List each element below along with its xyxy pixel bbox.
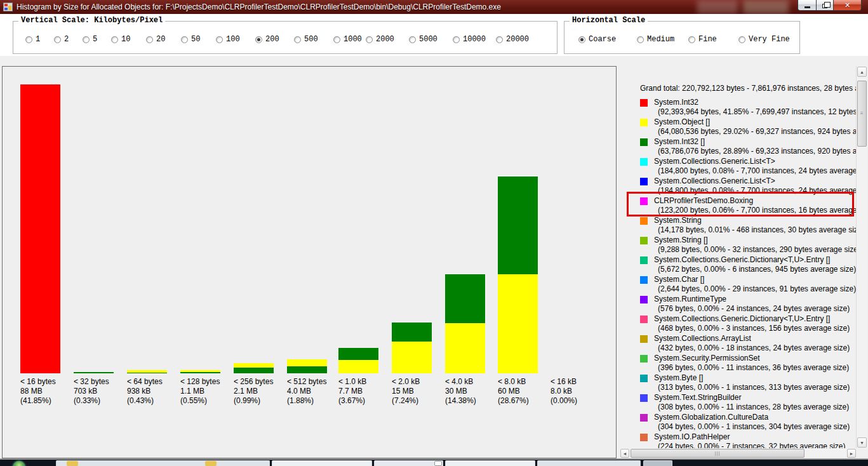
bar-bucket-label: < 8.0 kB xyxy=(498,377,529,387)
radio-circle[interactable] xyxy=(216,36,223,43)
radio-horizontal-scale-medium[interactable]: Medium xyxy=(637,35,674,44)
window-controls: ✕ xyxy=(798,0,862,11)
taskbar-button[interactable] xyxy=(537,460,641,466)
legend-vertical-scrollbar[interactable]: ▲ ≡ ▼ xyxy=(856,66,867,448)
radio-vertical-scale-2[interactable]: 2 xyxy=(54,35,69,44)
radio-horizontal-scale-coarse[interactable]: Coarse xyxy=(578,35,616,44)
legend-type-name: System.Collections.Generic.List<T> xyxy=(654,157,775,166)
bar-segment xyxy=(234,363,274,368)
radio-circle[interactable] xyxy=(146,36,153,43)
taskbar-button[interactable] xyxy=(445,460,535,466)
bar-segment xyxy=(392,323,432,342)
bar-label: < 256 bytes2.1 MB(0.99%) xyxy=(234,377,273,406)
bar-total-label: 88 MB xyxy=(20,387,56,396)
radio-horizontal-scale-very-fine[interactable]: Very Fine xyxy=(738,35,790,44)
radio-vertical-scale-2000[interactable]: 2000 xyxy=(366,35,394,44)
histogram-bar xyxy=(287,359,327,373)
scroll-left-button[interactable]: ◄ xyxy=(620,449,629,458)
radio-vertical-scale-20[interactable]: 20 xyxy=(146,35,165,44)
radio-horizontal-scale-fine[interactable]: Fine xyxy=(688,35,717,44)
radio-circle[interactable] xyxy=(688,36,695,43)
radio-circle[interactable] xyxy=(578,36,585,43)
radio-vertical-scale-5[interactable]: 5 xyxy=(83,35,97,44)
taskbar-button[interactable] xyxy=(272,460,372,466)
legend-type-name: System.Byte [] xyxy=(654,373,703,383)
radio-circle[interactable] xyxy=(409,36,416,43)
radio-vertical-scale-200[interactable]: 200 xyxy=(255,35,279,44)
title-bar[interactable]: Histogram by Size for Allocated Objects … xyxy=(0,0,868,14)
radio-circle[interactable] xyxy=(111,36,118,43)
histogram-bar xyxy=(180,370,220,373)
radio-vertical-scale-10000[interactable]: 10000 xyxy=(453,35,486,44)
legend-entry: System.Int32(92,393,964 bytes, 41.85% - … xyxy=(618,98,856,117)
vertical-scale-groupbox: Vertical Scale: Kilobytes/Pixel 12510205… xyxy=(13,21,558,54)
folder-icon[interactable] xyxy=(205,461,217,466)
legend-horizontal-scrollbar[interactable]: ◄ ||| ► xyxy=(620,448,856,458)
restore-button[interactable] xyxy=(816,0,834,11)
legend-type-name: System.Globalization.CultureData xyxy=(654,413,768,422)
legend-entry: System.Text.StringBuilder(308 bytes, 0.0… xyxy=(618,393,856,413)
legend-entry: System.Byte [](313 bytes, 0.00% - 1 inst… xyxy=(618,373,856,393)
bar-segment xyxy=(338,360,378,373)
radio-vertical-scale-1[interactable]: 1 xyxy=(25,35,40,44)
legend-color-swatch xyxy=(640,178,648,185)
legend-color-swatch xyxy=(640,335,648,343)
bar-bucket-label: < 256 bytes xyxy=(234,377,273,387)
bar-percent-label: (14.38%) xyxy=(445,396,476,406)
legend-type-detail: (313 bytes, 0.00% - 1 instances, 313 byt… xyxy=(658,383,850,392)
radio-circle[interactable] xyxy=(453,36,460,43)
radio-vertical-scale-10[interactable]: 10 xyxy=(111,35,130,44)
radio-circle[interactable] xyxy=(83,36,90,43)
scroll-right-button[interactable]: ► xyxy=(847,449,856,458)
folder-icon[interactable] xyxy=(67,461,78,466)
radio-circle[interactable] xyxy=(333,36,340,43)
legend-type-name: System.Collections.Generic.Dictionary<T,… xyxy=(654,255,830,265)
radio-circle[interactable] xyxy=(54,36,61,43)
close-button[interactable]: ✕ xyxy=(833,0,862,11)
radio-label: 1 xyxy=(36,35,40,44)
legend-color-swatch xyxy=(640,414,648,422)
legend-type-name: System.Security.PermissionSet xyxy=(654,354,760,363)
bar-total-label: 1.1 MB xyxy=(180,387,220,396)
clr-profiler-histogram-window: Histogram by Size for Allocated Objects … xyxy=(0,0,868,466)
legend-type-name: System.Collections.ArrayList xyxy=(654,334,751,343)
legend-entry: System.Char [](2,644 bytes, 0.00% - 29 i… xyxy=(618,275,856,295)
scroll-down-button[interactable]: ▼ xyxy=(857,437,867,448)
radio-vertical-scale-50[interactable]: 50 xyxy=(181,35,200,44)
bar-percent-label: (28.67%) xyxy=(498,396,529,406)
radio-vertical-scale-500[interactable]: 500 xyxy=(294,35,318,44)
taskbar-button[interactable] xyxy=(56,460,270,466)
scroll-up-button[interactable]: ▲ xyxy=(857,67,867,77)
histogram-bar xyxy=(234,363,274,373)
radio-label: 100 xyxy=(226,35,240,44)
radio-circle[interactable] xyxy=(738,36,745,43)
radio-label: Fine xyxy=(698,35,717,44)
taskbar-button[interactable] xyxy=(374,460,443,466)
bar-label: < 2.0 kB15 MB(7.24%) xyxy=(392,377,420,406)
bar-label: < 8.0 kB60 MB(28.67%) xyxy=(498,377,529,406)
radio-vertical-scale-1000[interactable]: 1000 xyxy=(333,35,362,44)
legend-color-swatch xyxy=(640,355,648,363)
radio-label: 20000 xyxy=(506,35,529,44)
radio-circle[interactable] xyxy=(294,36,301,43)
horizontal-scroll-thumb[interactable]: ||| xyxy=(631,449,805,458)
radio-circle[interactable] xyxy=(637,36,644,43)
bar-label: < 1.0 kB7.7 MB(3.67%) xyxy=(338,377,366,406)
document-icon[interactable] xyxy=(434,461,442,466)
radio-circle[interactable] xyxy=(181,36,188,43)
radio-circle[interactable] xyxy=(496,36,503,43)
taskbar-button[interactable] xyxy=(643,460,672,466)
minimize-button[interactable] xyxy=(798,0,817,11)
start-button[interactable] xyxy=(13,461,25,466)
bar-bucket-label: < 16 kB xyxy=(551,377,577,387)
vertical-scroll-thumb[interactable]: ≡ xyxy=(857,81,867,147)
radio-circle[interactable] xyxy=(255,36,262,43)
radio-circle[interactable] xyxy=(366,36,373,43)
bar-total-label: 60 MB xyxy=(498,387,529,396)
radio-circle[interactable] xyxy=(25,36,32,43)
legend-type-detail: (14,178 bytes, 0.01% - 468 instances, 30… xyxy=(658,225,856,235)
radio-vertical-scale-20000[interactable]: 20000 xyxy=(496,35,529,44)
radio-vertical-scale-5000[interactable]: 5000 xyxy=(409,35,437,44)
radio-vertical-scale-100[interactable]: 100 xyxy=(216,35,240,44)
horizontal-scale-title: Horizontal Scale xyxy=(570,16,648,25)
